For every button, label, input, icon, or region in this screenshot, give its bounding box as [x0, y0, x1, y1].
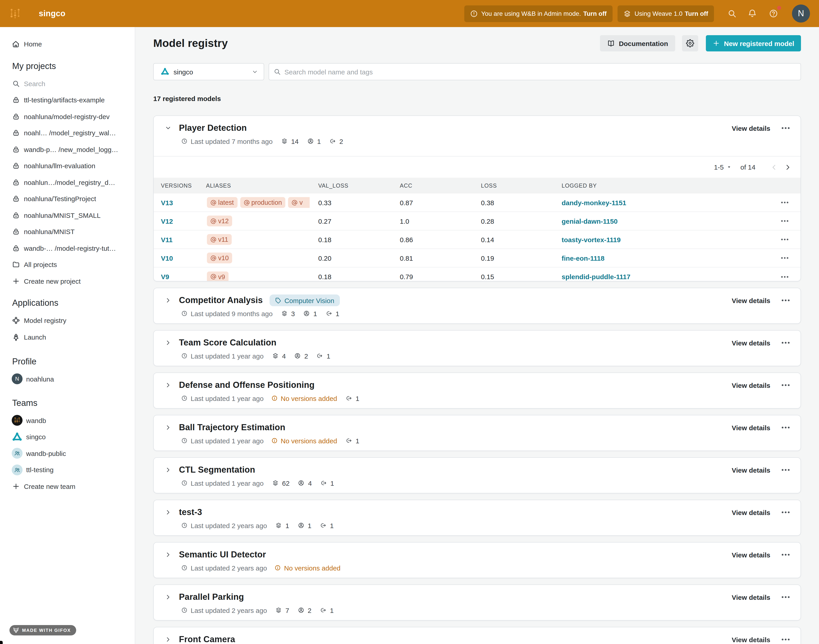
sidebar-team-singco[interactable]: singco	[0, 429, 135, 445]
chevron-right-icon[interactable]	[165, 382, 171, 388]
overflow-menu-icon[interactable]	[780, 272, 789, 281]
at-sign-icon	[210, 255, 216, 261]
overflow-menu-icon[interactable]	[781, 550, 791, 560]
alias-chip[interactable]: latest	[207, 197, 237, 208]
sidebar-item-model-registry[interactable]: Model registry	[0, 312, 135, 329]
view-details-button[interactable]: View details	[732, 124, 770, 132]
sidebar-project-item[interactable]: noahl… /model_registry_wal…	[0, 125, 135, 141]
sidebar-project-item[interactable]: noahlun…/model_registry_d…	[0, 174, 135, 190]
sidebar-project-item[interactable]: noahluna/TestingProject	[0, 190, 135, 207]
version-link[interactable]: V10	[154, 254, 206, 262]
next-page-icon[interactable]	[784, 164, 791, 171]
overflow-menu-icon[interactable]	[780, 253, 789, 262]
pagination-range-select[interactable]: 1-5	[714, 163, 731, 171]
view-details-button[interactable]: View details	[732, 551, 770, 558]
alias-chip[interactable]: v10	[207, 253, 233, 264]
view-details-button[interactable]: View details	[732, 296, 770, 304]
logged-by-run-link[interactable]: dandy-monkey-1151	[562, 199, 769, 206]
no-versions-warning-text: No versions added	[281, 437, 337, 445]
search-icon[interactable]	[727, 9, 736, 18]
view-details-button[interactable]: View details	[732, 424, 770, 431]
sidebar-team-wandb[interactable]: wandb	[0, 412, 135, 429]
overflow-menu-icon[interactable]	[781, 338, 791, 348]
chevron-right-icon[interactable]	[165, 340, 171, 346]
documentation-button[interactable]: Documentation	[600, 35, 675, 51]
pagination-range-value: 1-5	[714, 163, 724, 171]
card-meta-row: Last updated 7 months ago1412	[154, 136, 801, 146]
view-details-button[interactable]: View details	[732, 509, 770, 516]
sidebar-team-ttl-testing[interactable]: ttl-testing	[0, 462, 135, 478]
sidebar-project-item[interactable]: noahluna/llm-evaluation	[0, 158, 135, 174]
view-details-button[interactable]: View details	[732, 466, 770, 474]
links-count-value: 1	[330, 521, 334, 529]
sidebar-item-home[interactable]: Home	[0, 35, 135, 52]
view-details-button[interactable]: View details	[732, 593, 770, 601]
topbar-brand[interactable]: singco	[39, 9, 65, 18]
logged-by-run-link[interactable]: fine-eon-1118	[562, 254, 769, 262]
overflow-menu-icon[interactable]	[781, 380, 791, 390]
overflow-menu-icon[interactable]	[781, 592, 791, 602]
sidebar-project-item[interactable]: ttl-testing/artifacts-example	[0, 92, 135, 108]
model-search-input[interactable]	[285, 68, 801, 75]
chevron-right-icon[interactable]	[165, 636, 171, 642]
sidebar-project-item[interactable]: wandb-p… /new_model_logg…	[0, 141, 135, 158]
alias-cell: v10	[206, 253, 318, 264]
entity-select[interactable]: singco	[153, 63, 264, 80]
chevron-right-icon[interactable]	[165, 552, 171, 558]
chevron-right-icon[interactable]	[165, 297, 171, 304]
chevron-right-icon[interactable]	[165, 509, 171, 515]
version-link[interactable]: V11	[154, 236, 206, 243]
sidebar-item-profile-user[interactable]: Nnoahluna	[0, 371, 135, 387]
overflow-menu-icon[interactable]	[781, 295, 791, 305]
overflow-menu-icon[interactable]	[781, 508, 791, 517]
overflow-menu-icon[interactable]	[780, 198, 789, 207]
layers-icon	[272, 353, 279, 359]
chevron-right-icon[interactable]	[165, 594, 171, 600]
overflow-menu-icon[interactable]	[781, 423, 791, 432]
sidebar-item-create-new-project[interactable]: Create new project	[0, 273, 135, 289]
view-details-button[interactable]: View details	[732, 636, 770, 643]
logged-by-run-link[interactable]: genial-dawn-1150	[562, 217, 769, 225]
sidebar-project-item[interactable]: wandb-… /model-registry-tut…	[0, 240, 135, 256]
sidebar-project-item[interactable]: noahluna/MNIST	[0, 224, 135, 240]
overflow-menu-icon[interactable]	[780, 235, 789, 244]
new-registered-model-button[interactable]: New registered model	[706, 35, 801, 51]
alias-chip[interactable]: v11	[207, 234, 232, 245]
alias-chip[interactable]: v9	[207, 271, 229, 281]
settings-button[interactable]	[682, 35, 698, 51]
weave-turn-off-button[interactable]: Turn off	[685, 10, 708, 17]
version-link[interactable]: V9	[154, 273, 206, 281]
alias-chip[interactable]: v12	[207, 216, 233, 226]
logged-by-run-link[interactable]: splendid-puddle-1117	[562, 273, 769, 281]
chevron-right-icon[interactable]	[165, 425, 171, 431]
version-link[interactable]: V13	[154, 199, 206, 206]
overflow-menu-icon[interactable]	[781, 465, 791, 475]
view-details-button[interactable]: View details	[732, 339, 770, 347]
card-actions: View details	[732, 295, 801, 305]
sidebar-item-launch[interactable]: Launch	[0, 329, 135, 345]
overflow-menu-icon[interactable]	[780, 216, 789, 225]
model-tag-chip[interactable]: Computer Vision	[269, 294, 340, 306]
overflow-menu-icon[interactable]	[781, 635, 791, 644]
user-avatar[interactable]: N	[792, 5, 810, 23]
wandb-logo-icon[interactable]	[9, 8, 21, 19]
sidebar-project-item[interactable]: noahluna/MNIST_SMALL	[0, 207, 135, 224]
lock-icon	[12, 212, 20, 219]
sidebar-item-create-new-team[interactable]: Create new team	[0, 478, 135, 495]
sidebar-item-all-projects[interactable]: All projects	[0, 256, 135, 273]
alias-chip[interactable]: production	[240, 197, 285, 208]
version-link[interactable]: V12	[154, 217, 206, 225]
previous-page-icon[interactable]	[770, 164, 778, 171]
help-icon[interactable]	[769, 9, 778, 18]
sidebar-project-item[interactable]: noahluna/model-registry-dev	[0, 108, 135, 125]
sidebar-search[interactable]: Search	[0, 75, 135, 92]
notifications-bell-icon[interactable]	[748, 9, 757, 18]
overflow-menu-icon[interactable]	[781, 123, 791, 133]
sidebar-team-wandb-public[interactable]: wandb-public	[0, 445, 135, 462]
admin-turn-off-button[interactable]: Turn off	[583, 10, 607, 17]
logged-by-run-link[interactable]: toasty-vortex-1119	[562, 236, 769, 243]
view-details-button[interactable]: View details	[732, 381, 770, 389]
alias-chip[interactable]: v	[288, 197, 310, 208]
chevron-right-icon[interactable]	[165, 467, 171, 473]
chevron-down-icon[interactable]	[165, 125, 171, 131]
